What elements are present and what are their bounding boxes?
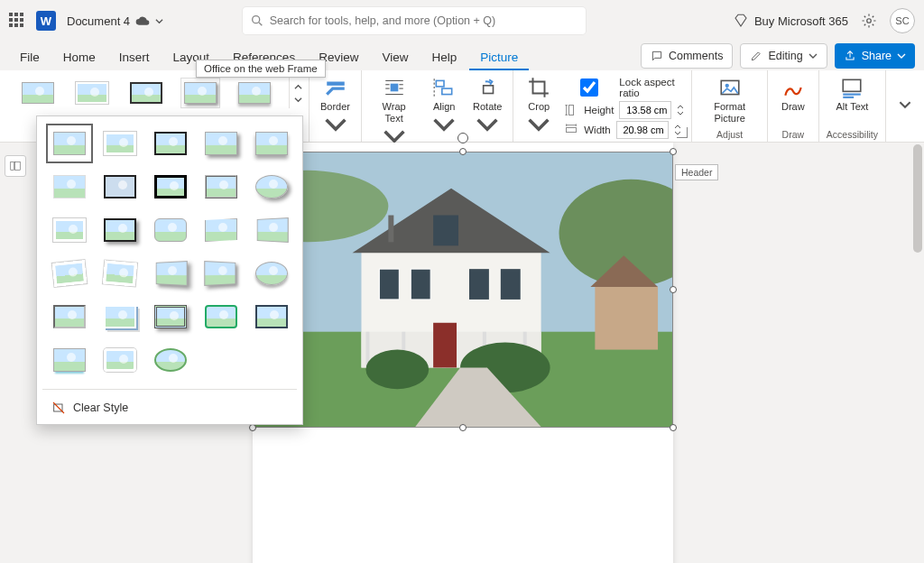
picture-style-option[interactable]: [151, 257, 190, 290]
alt-text-button[interactable]: Alt Text: [832, 74, 872, 115]
clear-style-button[interactable]: Clear Style: [42, 393, 297, 424]
svg-rect-23: [14, 162, 20, 170]
lock-aspect-row[interactable]: Lock aspect ratio: [564, 76, 684, 99]
lock-aspect-checkbox[interactable]: [568, 78, 611, 97]
buy-label: Buy Microsoft 365: [754, 14, 848, 28]
picture-style-option[interactable]: [201, 127, 241, 160]
header-region-tag[interactable]: Header: [675, 164, 718, 180]
styles-expand-button[interactable]: [289, 78, 303, 108]
resize-handle-se[interactable]: [670, 424, 677, 431]
picture-style-option[interactable]: [252, 300, 291, 333]
picture-style-option[interactable]: [100, 257, 140, 290]
picture-style-option[interactable]: [50, 300, 89, 333]
crop-icon: [527, 76, 550, 99]
tab-home[interactable]: Home: [52, 46, 106, 70]
wrap-text-button[interactable]: Wrap Text: [369, 74, 419, 153]
resize-handle-s[interactable]: [459, 424, 467, 431]
picture-style-option[interactable]: [252, 171, 291, 203]
alt-text-icon: [840, 76, 864, 99]
picture-style-option[interactable]: [151, 127, 190, 160]
selected-picture[interactable]: [253, 152, 673, 428]
settings-icon[interactable]: [861, 13, 877, 29]
width-input[interactable]: [616, 121, 669, 139]
picture-style-option[interactable]: [100, 171, 140, 203]
resize-handle-e[interactable]: [670, 286, 677, 293]
share-button[interactable]: Share: [835, 43, 915, 69]
picture-style-option[interactable]: [201, 257, 241, 290]
picture-style-option[interactable]: [151, 344, 190, 376]
tab-view[interactable]: View: [371, 46, 419, 70]
border-button[interactable]: Border: [317, 74, 354, 141]
svg-rect-12: [442, 88, 452, 95]
rotate-handle[interactable]: [457, 133, 468, 143]
document-title[interactable]: Document 4: [67, 14, 163, 28]
align-icon: [432, 76, 456, 99]
picture-style-option[interactable]: [100, 300, 140, 333]
style-thumb-5[interactable]: [235, 78, 274, 108]
picture-style-option[interactable]: [50, 214, 89, 246]
picture-style-option[interactable]: [100, 214, 140, 246]
title-bar: W Document 4 Buy Microsoft 365 SC: [0, 0, 924, 42]
tab-file[interactable]: File: [9, 46, 51, 70]
picture-style-option[interactable]: [201, 171, 241, 203]
vertical-scrollbar[interactable]: [913, 144, 922, 253]
navigation-pane-button[interactable]: [5, 155, 26, 177]
left-rail: [0, 143, 31, 563]
picture-style-option[interactable]: [100, 344, 140, 376]
style-thumb-1[interactable]: [18, 78, 58, 108]
adjust-label: Adjust: [716, 127, 743, 140]
comments-button[interactable]: Comments: [641, 43, 733, 69]
height-input[interactable]: [619, 101, 671, 119]
resize-handle-ne[interactable]: [670, 148, 677, 155]
height-spinner[interactable]: [677, 103, 684, 117]
resize-handle-sw[interactable]: [249, 424, 256, 431]
svg-rect-38: [501, 269, 521, 300]
tab-picture[interactable]: Picture: [469, 46, 529, 70]
width-icon: [564, 123, 578, 137]
style-thumb-3[interactable]: [126, 78, 166, 108]
picture-style-option[interactable]: [252, 214, 291, 246]
picture-style-option[interactable]: [151, 214, 190, 246]
user-avatar[interactable]: SC: [890, 8, 915, 33]
picture-style-option[interactable]: [151, 300, 190, 333]
style-thumb-4[interactable]: [180, 78, 220, 108]
pencil-icon: [750, 50, 762, 62]
search-input[interactable]: [243, 7, 586, 34]
picture-style-option[interactable]: [252, 127, 291, 160]
picture-style-option[interactable]: [50, 257, 89, 290]
ribbon-collapse-button[interactable]: [886, 98, 924, 115]
size-dialog-launcher[interactable]: [677, 127, 688, 138]
picture-style-option[interactable]: [50, 171, 89, 203]
picture-style-option[interactable]: [201, 214, 241, 246]
svg-rect-35: [411, 269, 430, 300]
picture-style-option[interactable]: [100, 127, 140, 160]
align-button[interactable]: Align: [426, 74, 462, 141]
tab-insert[interactable]: Insert: [108, 46, 161, 70]
style-thumb-2[interactable]: [72, 78, 112, 108]
tab-help[interactable]: Help: [420, 46, 467, 70]
rotate-button[interactable]: Rotate: [469, 74, 505, 141]
svg-rect-46: [433, 323, 457, 368]
crop-button[interactable]: Crop: [521, 74, 557, 141]
resize-handle-n[interactable]: [459, 148, 467, 155]
picture-style-option[interactable]: [201, 300, 241, 333]
picture-style-option[interactable]: [50, 344, 89, 376]
word-app-icon[interactable]: W: [36, 11, 56, 31]
title-chevron-icon[interactable]: [155, 17, 163, 25]
picture-style-option[interactable]: [50, 127, 89, 160]
search-icon: [250, 14, 264, 28]
svg-point-48: [365, 350, 429, 390]
accessibility-group: Alt Text Accessibility: [819, 70, 886, 142]
picture-style-option[interactable]: [252, 257, 291, 290]
svg-rect-16: [567, 128, 577, 133]
menu-bar: FileHomeInsertLayoutReferencesReviewView…: [0, 42, 924, 70]
format-picture-button[interactable]: Format Picture: [699, 74, 759, 126]
app-launcher-icon[interactable]: [9, 13, 25, 29]
draw-label: Draw: [782, 127, 805, 140]
svg-rect-4: [390, 84, 398, 92]
chevron-down-icon: [808, 51, 818, 60]
buy-microsoft-button[interactable]: Buy Microsoft 365: [733, 13, 848, 29]
editing-mode-button[interactable]: Editing: [740, 43, 827, 69]
draw-button[interactable]: Draw: [775, 74, 811, 115]
picture-style-option[interactable]: [151, 171, 190, 203]
